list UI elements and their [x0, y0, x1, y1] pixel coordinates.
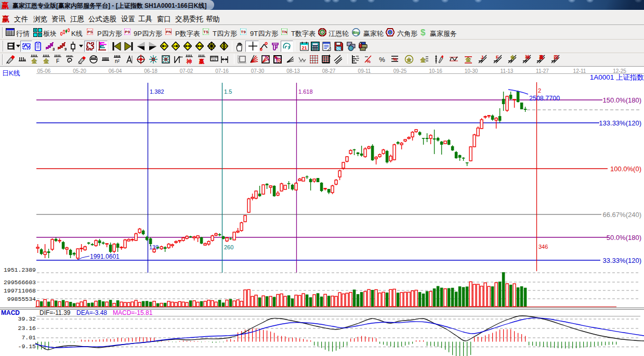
svg-text:-9.15: -9.15 — [18, 343, 36, 350]
svg-text:10-30: 10-30 — [465, 68, 478, 74]
svg-text:133.33%(120): 133.33%(120) — [599, 119, 641, 127]
svg-text:39.32: 39.32 — [18, 315, 36, 322]
svg-text:1991.0601: 1991.0601 — [90, 253, 120, 260]
svg-text:100.0%(0): 100.0%(0) — [610, 165, 641, 173]
svg-text:MACD: MACD — [1, 309, 20, 316]
svg-text:150.0%(180): 150.0%(180) — [603, 96, 641, 104]
svg-text:09-11: 09-11 — [358, 68, 371, 74]
svg-text:07-30: 07-30 — [251, 68, 265, 74]
svg-text:06-04: 06-04 — [109, 68, 122, 74]
svg-text:DEA=-3.48: DEA=-3.48 — [76, 309, 107, 316]
svg-text:06-18: 06-18 — [144, 68, 157, 74]
svg-text:66.67%(240): 66.67%(240) — [603, 211, 641, 219]
svg-text:1.5: 1.5 — [224, 88, 232, 95]
svg-text:日K线: 日K线 — [2, 69, 20, 77]
svg-text:12-11: 12-11 — [573, 68, 586, 74]
svg-text:1A0001 上证指数: 1A0001 上证指数 — [590, 73, 644, 81]
svg-text:2: 2 — [538, 87, 541, 94]
svg-text:05-20: 05-20 — [73, 68, 86, 74]
svg-text:MACD=-15.81: MACD=-15.81 — [113, 309, 153, 316]
svg-text:11-27: 11-27 — [536, 68, 549, 74]
svg-text:50.0%(180): 50.0%(180) — [607, 234, 641, 241]
svg-text:05-06: 05-06 — [37, 68, 51, 74]
svg-text:2508.7700: 2508.7700 — [529, 95, 560, 102]
svg-text:299566603: 299566603 — [4, 279, 36, 286]
svg-text:346: 346 — [538, 244, 548, 250]
svg-text:7.01: 7.01 — [21, 334, 36, 341]
svg-text:10-16: 10-16 — [429, 68, 442, 74]
svg-text:11-13: 11-13 — [501, 68, 514, 74]
svg-text:199711068: 199711068 — [4, 287, 36, 294]
svg-text:260: 260 — [224, 244, 233, 250]
svg-text:DIF=-11.39: DIF=-11.39 — [40, 309, 71, 316]
svg-text:1.382: 1.382 — [150, 88, 164, 95]
svg-text:07-02: 07-02 — [180, 68, 193, 74]
svg-text:08-13: 08-13 — [286, 68, 300, 74]
svg-text:99855534: 99855534 — [7, 296, 36, 302]
svg-text:07-16: 07-16 — [215, 68, 229, 74]
svg-text:33.33%(120): 33.33%(120) — [603, 257, 641, 264]
svg-text:08-27: 08-27 — [322, 68, 336, 74]
svg-text:09-25: 09-25 — [393, 68, 407, 74]
svg-text:1951.2389: 1951.2389 — [4, 266, 36, 273]
svg-text:23.16: 23.16 — [18, 325, 36, 332]
svg-text:1.618: 1.618 — [298, 88, 313, 95]
